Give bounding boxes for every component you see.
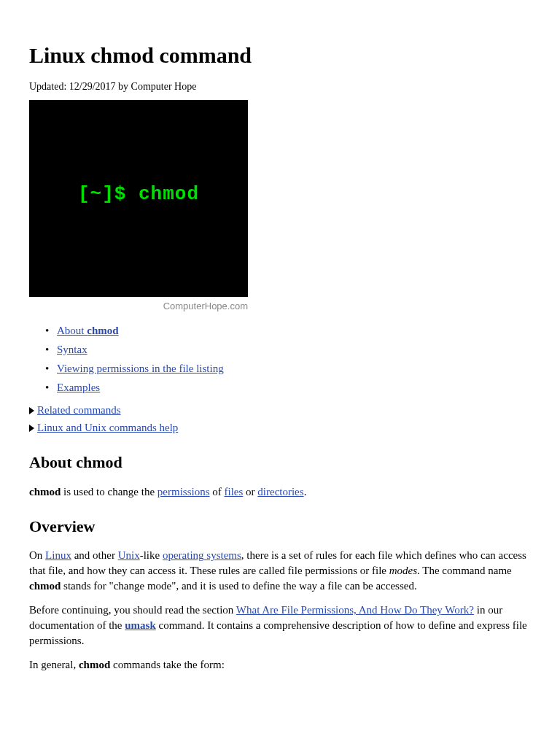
related-item: Linux and Unix commands help: [29, 420, 531, 436]
toc-text: About: [57, 325, 87, 336]
related-item: Related commands: [29, 403, 531, 418]
meta-updated: Updated: 12/29/2017 by Computer Hope: [29, 80, 531, 94]
permissions-link[interactable]: permissions: [158, 486, 210, 498]
about-paragraph: chmod is used to change the permissions …: [29, 484, 531, 500]
toc-text-bold: chmod: [87, 325, 118, 336]
umask-link[interactable]: umask: [125, 619, 156, 631]
related-links: Related commands Linux and Unix commands…: [29, 403, 531, 436]
table-of-contents: About chmod Syntax Viewing permissions i…: [39, 323, 531, 395]
directories-link[interactable]: directories: [257, 486, 303, 498]
toc-link-examples[interactable]: Examples: [57, 382, 100, 393]
page-title: Linux chmod command: [29, 40, 531, 71]
text: commands take the form:: [110, 659, 225, 670]
text: In general,: [29, 659, 79, 670]
overview-paragraph-1: On Linux and other Unix-like operating s…: [29, 548, 531, 594]
image-caption: ComputerHope.com: [29, 297, 249, 313]
list-item: Syntax: [57, 342, 531, 357]
text-bold: chmod: [29, 580, 61, 592]
text: -like: [140, 549, 163, 561]
text: or: [243, 486, 257, 498]
text: of: [209, 486, 224, 498]
about-heading: About chmod: [29, 452, 531, 474]
operating-systems-link[interactable]: operating systems: [163, 549, 241, 561]
what-are-permissions-link[interactable]: What Are File Permissions, And How Do Th…: [236, 604, 474, 616]
text: .: [304, 486, 307, 498]
list-item: About chmod: [57, 323, 531, 338]
text: is used to change the: [61, 486, 157, 498]
triangle-right-icon: [29, 407, 34, 414]
text-bold: chmod: [79, 659, 110, 670]
triangle-right-icon: [29, 425, 34, 432]
text: On: [29, 549, 45, 561]
text: stands for "change mode", and it is used…: [61, 580, 416, 592]
toc-link-viewing[interactable]: Viewing permissions in the file listing: [57, 363, 224, 374]
text-bold: chmod: [29, 486, 61, 498]
linux-link[interactable]: Linux: [45, 549, 71, 561]
text: and other: [71, 549, 118, 561]
unix-link[interactable]: Unix: [118, 549, 140, 561]
overview-paragraph-3: In general, chmod commands take the form…: [29, 657, 531, 673]
toc-link-about[interactable]: About chmod: [57, 325, 119, 336]
list-item: Viewing permissions in the file listing: [57, 361, 531, 376]
list-item: Examples: [57, 380, 531, 395]
related-commands-link[interactable]: Related commands: [37, 404, 121, 416]
overview-heading: Overview: [29, 516, 531, 538]
text-italic: modes: [389, 565, 417, 576]
toc-link-syntax[interactable]: Syntax: [57, 344, 88, 355]
linux-unix-help-link[interactable]: Linux and Unix commands help: [37, 422, 178, 433]
text: Before continuing, you should read the s…: [29, 604, 236, 616]
overview-paragraph-2: Before continuing, you should read the s…: [29, 603, 531, 649]
terminal-prompt-text: [~]$ chmod: [78, 181, 199, 207]
text: . The command name: [417, 565, 512, 576]
files-link[interactable]: files: [224, 486, 243, 498]
terminal-graphic: [~]$ chmod: [29, 100, 248, 297]
